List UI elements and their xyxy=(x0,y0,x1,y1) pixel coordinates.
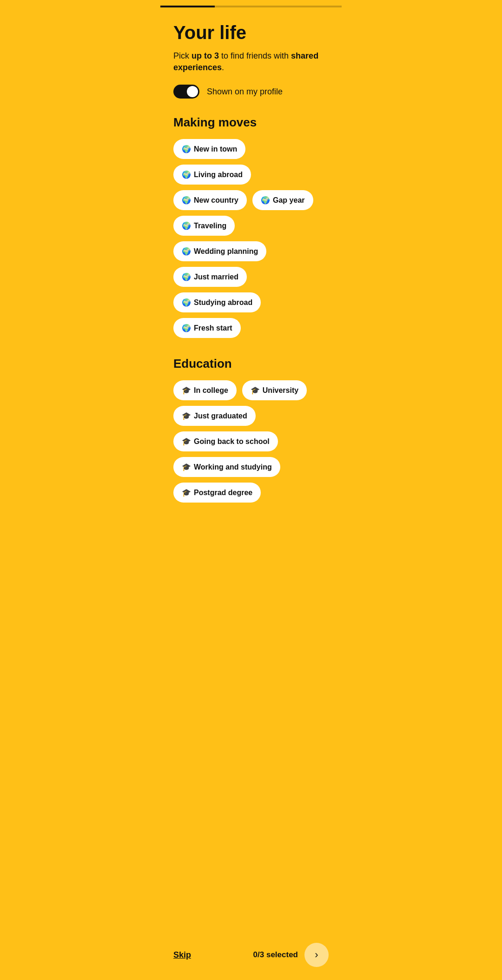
chips-container-making-moves: 🌍New in town🌍Living abroad🌍New country🌍G… xyxy=(173,139,329,338)
chip-label-just-married: Just married xyxy=(194,273,238,281)
chip-just-graduated[interactable]: 🎓Just graduated xyxy=(173,406,256,426)
chip-label-gap-year: Gap year xyxy=(273,196,304,205)
chip-studying-abroad[interactable]: 🌍Studying abroad xyxy=(173,292,261,312)
chip-emoji-postgrad-degree: 🎓 xyxy=(182,488,191,497)
chip-emoji-fresh-start: 🌍 xyxy=(182,324,191,332)
main-content: Your life Pick up to 3 to find friends w… xyxy=(160,7,342,577)
chip-label-in-college: In college xyxy=(194,386,228,395)
chip-in-college[interactable]: 🎓In college xyxy=(173,380,237,400)
chip-traveling[interactable]: 🌍Traveling xyxy=(173,216,235,236)
toggle-label: Shown on my profile xyxy=(207,87,283,97)
chip-label-wedding-planning: Wedding planning xyxy=(194,247,258,256)
section-education: Education🎓In college🎓University🎓Just gra… xyxy=(173,357,329,503)
page-title: Your life xyxy=(173,22,329,43)
subtitle-bold1: up to 3 xyxy=(192,51,219,60)
chips-container-education: 🎓In college🎓University🎓Just graduated🎓Go… xyxy=(173,380,329,503)
chip-living-abroad[interactable]: 🌍Living abroad xyxy=(173,165,251,185)
chip-university[interactable]: 🎓University xyxy=(242,380,307,400)
chip-emoji-wedding-planning: 🌍 xyxy=(182,247,191,256)
chip-label-going-back-to-school: Going back to school xyxy=(194,437,270,446)
chip-postgrad-degree[interactable]: 🎓Postgrad degree xyxy=(173,483,261,503)
chip-emoji-new-country: 🌍 xyxy=(182,196,191,205)
chip-emoji-working-and-studying: 🎓 xyxy=(182,463,191,471)
chip-label-traveling: Traveling xyxy=(194,222,226,230)
chip-emoji-studying-abroad: 🌍 xyxy=(182,298,191,307)
chip-emoji-living-abroad: 🌍 xyxy=(182,170,191,179)
profile-toggle[interactable] xyxy=(173,85,199,99)
toggle-knob xyxy=(187,86,198,97)
chip-emoji-going-back-to-school: 🎓 xyxy=(182,437,191,446)
chip-emoji-gap-year: 🌍 xyxy=(261,196,270,205)
chip-emoji-in-college: 🎓 xyxy=(182,386,191,395)
chip-label-new-country: New country xyxy=(194,196,238,205)
chip-label-university: University xyxy=(263,386,298,395)
chip-emoji-university: 🎓 xyxy=(251,386,260,395)
chip-going-back-to-school[interactable]: 🎓Going back to school xyxy=(173,431,278,451)
section-making-moves: Making moves🌍New in town🌍Living abroad🌍N… xyxy=(173,115,329,338)
chip-just-married[interactable]: 🌍Just married xyxy=(173,267,247,287)
chip-new-country[interactable]: 🌍New country xyxy=(173,190,247,210)
chip-emoji-just-graduated: 🎓 xyxy=(182,411,191,420)
chip-label-living-abroad: Living abroad xyxy=(194,171,243,179)
subtitle-prefix: Pick xyxy=(173,51,192,60)
chip-new-in-town[interactable]: 🌍New in town xyxy=(173,139,245,159)
chip-label-new-in-town: New in town xyxy=(194,145,237,153)
chip-label-studying-abroad: Studying abroad xyxy=(194,298,252,307)
chip-fresh-start[interactable]: 🌍Fresh start xyxy=(173,318,241,338)
subtitle: Pick up to 3 to find friends with shared… xyxy=(173,50,329,73)
chip-label-fresh-start: Fresh start xyxy=(194,324,232,332)
chip-working-and-studying[interactable]: 🎓Working and studying xyxy=(173,457,280,477)
chip-emoji-traveling: 🌍 xyxy=(182,221,191,230)
subtitle-mid: to find friends with xyxy=(219,51,291,60)
toggle-row: Shown on my profile xyxy=(173,85,329,99)
chip-emoji-new-in-town: 🌍 xyxy=(182,145,191,153)
chip-gap-year[interactable]: 🌍Gap year xyxy=(252,190,313,210)
section-title-making-moves: Making moves xyxy=(173,115,329,130)
sections-container: Making moves🌍New in town🌍Living abroad🌍N… xyxy=(173,115,329,503)
subtitle-end: . xyxy=(222,63,224,72)
section-title-education: Education xyxy=(173,357,329,371)
chip-wedding-planning[interactable]: 🌍Wedding planning xyxy=(173,241,266,261)
chip-label-postgrad-degree: Postgrad degree xyxy=(194,489,252,497)
chip-emoji-just-married: 🌍 xyxy=(182,272,191,281)
chip-label-working-and-studying: Working and studying xyxy=(194,463,272,471)
chip-label-just-graduated: Just graduated xyxy=(194,412,247,420)
